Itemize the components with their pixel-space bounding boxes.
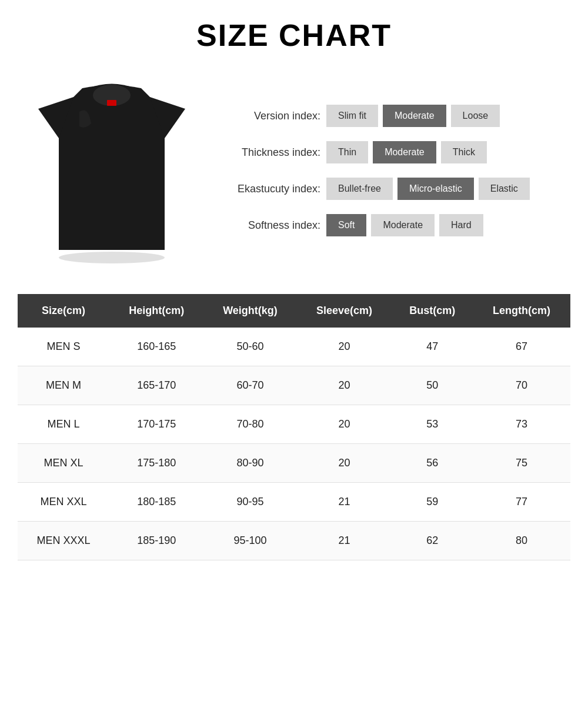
table-cell: MEN L xyxy=(18,405,109,444)
table-row: MEN M165-17060-70205070 xyxy=(18,366,570,405)
col-sleeve: Sleeve(cm) xyxy=(297,294,392,328)
table-cell: 60-70 xyxy=(203,366,296,405)
indices-section: Version index: Slim fit Moderate Loose T… xyxy=(206,105,570,236)
table-cell: 80 xyxy=(473,522,570,560)
table-cell: 165-170 xyxy=(109,366,203,405)
version-index-row: Version index: Slim fit Moderate Loose xyxy=(218,105,570,127)
col-bust: Bust(cm) xyxy=(392,294,473,328)
col-length: Length(cm) xyxy=(473,294,570,328)
table-cell: MEN XL xyxy=(18,444,109,483)
table-row: MEN L170-17570-80205373 xyxy=(18,405,570,444)
table-cell: MEN XXL xyxy=(18,483,109,522)
thickness-moderate: Moderate xyxy=(373,141,436,163)
table-cell: 73 xyxy=(473,405,570,444)
thickness-index-row: Thickness index: Thin Moderate Thick xyxy=(218,141,570,163)
table-cell: 170-175 xyxy=(109,405,203,444)
table-cell: 175-180 xyxy=(109,444,203,483)
thickness-index-label: Thickness index: xyxy=(218,146,320,159)
table-cell: 80-90 xyxy=(203,444,296,483)
table-cell: 70 xyxy=(473,366,570,405)
softness-soft: Soft xyxy=(326,214,366,236)
thickness-index-options: Thin Moderate Thick xyxy=(326,141,487,163)
elasticity-elastic: Elastic xyxy=(479,178,530,200)
table-cell: 50-60 xyxy=(203,328,296,366)
table-cell: 20 xyxy=(297,405,392,444)
svg-rect-2 xyxy=(107,100,116,106)
table-cell: 20 xyxy=(297,444,392,483)
table-cell: 67 xyxy=(473,328,570,366)
version-index-options: Slim fit Moderate Loose xyxy=(326,105,500,127)
softness-index-label: Softness index: xyxy=(218,219,320,232)
table-cell: 90-95 xyxy=(203,483,296,522)
table-cell: 180-185 xyxy=(109,483,203,522)
elasticity-index-label: Ekastucuty index: xyxy=(218,183,320,195)
tshirt-image xyxy=(18,71,206,270)
size-table: Size(cm) Height(cm) Weight(kg) Sleeve(cm… xyxy=(18,294,570,560)
table-row: MEN XXL180-18590-95215977 xyxy=(18,483,570,522)
table-cell: MEN S xyxy=(18,328,109,366)
elasticity-index-options: Bullet-free Micro-elastic Elastic xyxy=(326,178,530,200)
col-size: Size(cm) xyxy=(18,294,109,328)
table-cell: 47 xyxy=(392,328,473,366)
table-cell: 77 xyxy=(473,483,570,522)
table-cell: MEN XXXL xyxy=(18,522,109,560)
table-cell: 50 xyxy=(392,366,473,405)
col-weight: Weight(kg) xyxy=(203,294,296,328)
elasticity-micro-elastic: Micro-elastic xyxy=(397,178,474,200)
table-cell: 75 xyxy=(473,444,570,483)
table-cell: 20 xyxy=(297,328,392,366)
table-header-row: Size(cm) Height(cm) Weight(kg) Sleeve(cm… xyxy=(18,294,570,328)
version-loose: Loose xyxy=(451,105,500,127)
thickness-thick: Thick xyxy=(441,141,487,163)
elasticity-index-row: Ekastucuty index: Bullet-free Micro-elas… xyxy=(218,178,570,200)
table-cell: 62 xyxy=(392,522,473,560)
table-cell: 53 xyxy=(392,405,473,444)
version-slim-fit: Slim fit xyxy=(326,105,378,127)
svg-point-0 xyxy=(59,252,165,263)
thickness-thin: Thin xyxy=(326,141,368,163)
softness-index-options: Soft Moderate Hard xyxy=(326,214,483,236)
tshirt-svg xyxy=(29,76,194,265)
size-chart-section: Size(cm) Height(cm) Weight(kg) Sleeve(cm… xyxy=(18,294,570,560)
table-cell: 185-190 xyxy=(109,522,203,560)
softness-index-row: Softness index: Soft Moderate Hard xyxy=(218,214,570,236)
table-cell: 95-100 xyxy=(203,522,296,560)
table-cell: MEN M xyxy=(18,366,109,405)
table-row: MEN XXXL185-19095-100216280 xyxy=(18,522,570,560)
top-section: Version index: Slim fit Moderate Loose T… xyxy=(18,71,570,270)
softness-moderate: Moderate xyxy=(371,214,435,236)
table-row: MEN XL175-18080-90205675 xyxy=(18,444,570,483)
elasticity-bullet-free: Bullet-free xyxy=(326,178,393,200)
softness-hard: Hard xyxy=(439,214,483,236)
version-moderate: Moderate xyxy=(383,105,446,127)
table-cell: 56 xyxy=(392,444,473,483)
version-index-label: Version index: xyxy=(218,110,320,122)
table-cell: 70-80 xyxy=(203,405,296,444)
table-cell: 160-165 xyxy=(109,328,203,366)
page-title: SIZE CHART xyxy=(18,18,570,53)
table-cell: 20 xyxy=(297,366,392,405)
table-cell: 21 xyxy=(297,483,392,522)
col-height: Height(cm) xyxy=(109,294,203,328)
table-cell: 59 xyxy=(392,483,473,522)
table-cell: 21 xyxy=(297,522,392,560)
table-row: MEN S160-16550-60204767 xyxy=(18,328,570,366)
